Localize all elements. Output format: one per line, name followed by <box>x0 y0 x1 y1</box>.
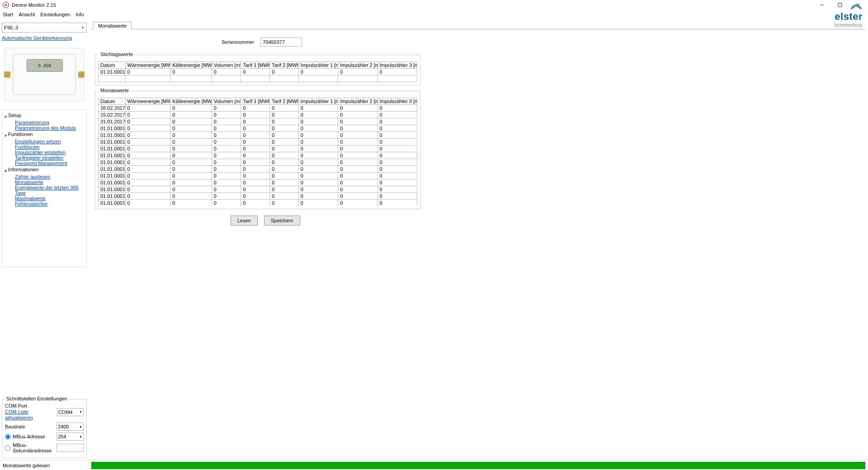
iface-legend: Schnittstellen Einstellungen <box>5 396 69 401</box>
tree-item[interactable]: Tarifregister einstellen <box>15 155 85 160</box>
table-cell: 0 <box>270 105 299 112</box>
column-header[interactable]: Tarif 1 [MWh] <box>241 98 270 105</box>
device-lcd: 0.000 <box>27 59 63 72</box>
table-cell: 0 <box>170 146 212 152</box>
table-cell: 31.01.2017 <box>99 118 126 125</box>
column-header[interactable]: Impulszähler 2 [m³] <box>338 98 377 105</box>
table-row[interactable]: 01.01.000100000000 <box>99 69 417 75</box>
table-row[interactable]: 01.01.000100000000 <box>99 125 417 132</box>
stichtagswerte-table: DatumWärmeenergie [MWh]Kälteenergie [MWh… <box>98 61 417 82</box>
column-header[interactable]: Wärmeenergie [MWh] <box>125 62 170 69</box>
column-header[interactable]: Tarif 1 [MWh] <box>241 62 270 69</box>
iface-mbus-sec-input[interactable] <box>57 444 84 452</box>
table-cell: 0 <box>170 112 212 118</box>
iface-mbus-addr-select[interactable]: 254▼ <box>57 432 84 441</box>
table-row[interactable]: 28.02.201700000000 <box>99 105 417 112</box>
auto-detect-link[interactable]: Automatische Geräteerkennung <box>2 35 87 41</box>
table-cell: 0 <box>298 152 338 159</box>
column-header[interactable]: Wärmeenergie [MWh] <box>125 98 170 105</box>
tree-item[interactable]: Parametrierung des Moduls <box>15 125 85 131</box>
column-header[interactable]: Kälteenergie [MWh] <box>170 98 212 105</box>
table-cell: 0 <box>377 146 417 152</box>
iface-comlist-refresh[interactable]: COM Liste aktualisieren <box>5 409 57 421</box>
table-cell: 0 <box>170 105 212 112</box>
column-header[interactable]: Impulszähler 3 [m³] <box>377 98 417 105</box>
table-row[interactable]: 01.01.000100000000 <box>99 186 417 193</box>
table-cell: 0 <box>241 69 270 75</box>
column-header[interactable]: Impulszähler 1 [m³] <box>298 62 338 69</box>
column-header[interactable]: Impulszähler 1 [m³] <box>298 98 338 105</box>
column-header[interactable]: Kälteenergie [MWh] <box>170 62 212 69</box>
table-cell: 0 <box>377 105 417 112</box>
table-cell: 0 <box>241 105 270 112</box>
table-cell: 0 <box>298 105 338 112</box>
table-cell: 0 <box>241 179 270 186</box>
column-header[interactable]: Impulszähler 3 [m³] <box>377 62 417 69</box>
stichtagswerte-legend: Stichtagswerte <box>99 52 134 57</box>
table-cell: 0 <box>270 139 299 146</box>
table-row[interactable]: 01.01.000100000000 <box>99 152 417 159</box>
iface-comport-select[interactable]: COM4▼ <box>57 408 84 416</box>
table-cell: 0 <box>212 69 241 75</box>
table-cell: 0 <box>241 125 270 132</box>
table-cell: 01.01.0001 <box>99 186 126 193</box>
table-cell: 0 <box>270 69 299 75</box>
table-cell: 0 <box>338 118 377 125</box>
table-row[interactable]: 01.01.000100000000 <box>99 146 417 152</box>
table-row[interactable]: 01.01.000100000000 <box>99 200 417 207</box>
column-header[interactable]: Tarif 2 [MWh] <box>270 98 299 105</box>
tree-informationen-label[interactable]: Informationen <box>8 167 38 172</box>
table-row[interactable] <box>99 75 417 82</box>
iface-mbus-addr-radio[interactable] <box>5 434 11 440</box>
speichern-button[interactable]: Speichern <box>264 216 300 226</box>
tree-item[interactable]: Energiewerte der letzten 365 Tage <box>15 185 85 196</box>
column-header[interactable]: Datum <box>99 62 126 69</box>
menu-einstellungen[interactable]: Einstellungen <box>40 12 70 17</box>
table-cell: 0 <box>241 152 270 159</box>
table-row[interactable]: 01.01.000100000000 <box>99 193 417 200</box>
lesen-button[interactable]: Lesen <box>231 216 258 226</box>
tree-item[interactable]: Password Management <box>15 160 85 166</box>
column-header[interactable]: Volumen [m³] <box>212 62 241 69</box>
table-row[interactable]: 01.01.000100000000 <box>99 173 417 179</box>
tree-item[interactable]: Fehlerspeicher <box>15 201 85 207</box>
tree-item[interactable]: Parametrierung <box>15 120 85 125</box>
tree-item[interactable]: Maximalwerte <box>15 196 85 201</box>
table-row[interactable]: 01.01.000100000000 <box>99 166 417 173</box>
table-cell: 0 <box>212 159 241 166</box>
column-header[interactable]: Impulszähler 2 [m³] <box>338 62 377 69</box>
column-header[interactable]: Datum <box>99 98 126 105</box>
table-row[interactable]: 15.02.201700000000 <box>99 112 417 118</box>
tab-monatswerte[interactable]: Monatswerte <box>93 22 132 29</box>
tree-item[interactable]: Monatswerte <box>15 179 85 185</box>
table-row[interactable]: 01.01.000100000000 <box>99 139 417 146</box>
table-row[interactable]: 01.01.000100000000 <box>99 179 417 186</box>
table-cell: 0 <box>125 200 170 207</box>
tree-item[interactable]: Einstellungen setzen <box>15 139 85 144</box>
tree-item[interactable]: Funktionen <box>15 144 85 150</box>
seriennummer-input[interactable] <box>260 38 302 47</box>
column-header[interactable]: Tarif 2 [MWh] <box>270 62 299 69</box>
tree-item[interactable]: Impulszähler einstellen <box>15 150 85 155</box>
column-header[interactable]: Volumen [m³] <box>212 98 241 105</box>
menu-start[interactable]: Start <box>3 12 13 17</box>
table-row[interactable]: 01.01.000100000000 <box>99 132 417 139</box>
monatswerte-scroll[interactable]: DatumWärmeenergie [MWh]Kälteenergie [MWh… <box>98 98 417 206</box>
device-select[interactable]: F90..3 ▼ <box>2 23 87 33</box>
iface-mbus-sec-radio[interactable] <box>5 445 11 451</box>
table-cell: 0 <box>125 152 170 159</box>
menu-ansicht[interactable]: Ansicht <box>19 12 35 17</box>
table-cell: 0 <box>241 159 270 166</box>
table-row[interactable]: 01.01.000100000000 <box>99 159 417 166</box>
iface-baud-select[interactable]: 2400▼ <box>57 423 84 431</box>
table-cell: 0 <box>338 112 377 118</box>
tree-setup-label[interactable]: Setup <box>8 113 21 118</box>
iface-comport-label: COM Port <box>5 403 57 409</box>
minimize-button[interactable] <box>813 0 831 10</box>
tree-item[interactable]: Zähler auslesen <box>15 174 85 179</box>
table-cell: 0 <box>212 146 241 152</box>
menu-info[interactable]: Info <box>75 12 84 17</box>
table-row[interactable]: 31.01.201700000000 <box>99 118 417 125</box>
table-cell: 0 <box>298 118 338 125</box>
tree-funktionen-label[interactable]: Funktionen <box>8 132 33 137</box>
